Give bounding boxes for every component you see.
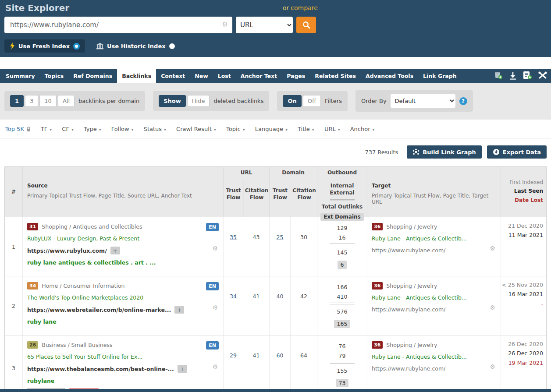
expand-plus-button[interactable]: + <box>174 306 184 314</box>
anchor-text-link[interactable]: rubylane <box>27 378 54 384</box>
option-3[interactable]: 3 <box>25 95 38 107</box>
source-gear-icon[interactable]: ⚙ <box>212 304 218 311</box>
tab-topics[interactable]: Topics <box>40 69 69 83</box>
historic-index-radio[interactable] <box>169 43 175 49</box>
historic-index-toggle[interactable]: Use Historic Index <box>96 43 175 49</box>
tab-anchor-text[interactable]: Anchor Text <box>236 69 282 83</box>
chevron-down-icon: ▾ <box>71 127 74 132</box>
source-url-link[interactable]: https://www.webretailer.com/b/online-mar… <box>27 307 171 313</box>
fresh-index-toggle[interactable]: Use Fresh Index <box>4 39 85 53</box>
export-data-button[interactable]: Export Data <box>487 145 547 159</box>
target-url-link[interactable]: https://www.rubylane.com/ <box>372 306 445 313</box>
help-icon[interactable]: ? <box>459 97 467 105</box>
source-title-link[interactable]: 65 Places to Sell Your Stuff Online for … <box>27 353 142 360</box>
lock-icon <box>26 127 31 132</box>
chevron-down-icon: ▾ <box>285 127 288 132</box>
target-title-link[interactable]: Ruby Lane - Antiques & Collectib... <box>372 235 467 242</box>
dates-cell: < 25 Nov 2020 16 Mar 2021 - <box>501 276 547 335</box>
source-url-link[interactable]: https://www.rubylux.com/ <box>27 247 107 254</box>
source-title-link[interactable]: The World's Top Online Marketplaces 2020 <box>27 294 143 301</box>
anchor-text-link[interactable]: ruby lane <box>27 318 57 325</box>
bottom-bar <box>0 389 551 392</box>
filter-tf[interactable]: TF▾ <box>41 126 52 132</box>
tab-ref-domains[interactable]: Ref Domains <box>68 69 117 83</box>
deleted-options: ShowHide <box>159 95 210 107</box>
filter-cf[interactable]: CF▾ <box>62 126 74 132</box>
filter-language[interactable]: Language▾ <box>255 126 288 132</box>
date-lost-value: - <box>501 299 543 308</box>
expand-plus-button[interactable]: + <box>178 365 187 373</box>
filter-type[interactable]: Type▾ <box>84 126 101 132</box>
anchor-text-link[interactable]: ruby lane antiques & collectibles . art … <box>27 259 156 266</box>
expand-plus-button[interactable]: + <box>110 247 120 254</box>
tab-link-graph[interactable]: Link Graph <box>418 69 462 83</box>
source-gear-icon[interactable]: ⚙ <box>212 245 218 252</box>
search-button[interactable] <box>296 17 316 33</box>
domain-trust-flow-value[interactable]: 40 <box>277 293 284 335</box>
target-gear-icon[interactable]: ⚙ <box>490 245 495 252</box>
url-trust-flow-value[interactable]: 29 <box>230 352 237 392</box>
header-external: External <box>330 189 354 196</box>
tab-lost[interactable]: Lost <box>213 69 236 83</box>
search-icon <box>302 21 311 29</box>
bucket-add-icon[interactable] <box>494 71 503 80</box>
page-title: Site Explorer <box>5 3 69 13</box>
domain-trust-flow-value[interactable]: 25 <box>277 234 284 276</box>
filter-crawl-result[interactable]: Crawl Result▾ <box>176 126 216 132</box>
chevron-down-icon: ▾ <box>99 127 101 132</box>
results-row: 737 Results Build Link Graph Export Data <box>0 138 551 165</box>
search-options-gear-icon[interactable]: ⚙ <box>222 21 228 28</box>
tab-backlinks[interactable]: Backlinks <box>117 69 156 83</box>
option-1[interactable]: 1 <box>10 95 24 107</box>
source-url-link[interactable]: https://www.thebalancesmb.com/best-onlin… <box>27 366 174 372</box>
option-show[interactable]: Show <box>159 95 186 107</box>
source-gear-icon[interactable]: ⚙ <box>212 363 218 370</box>
option-on[interactable]: On <box>283 95 301 107</box>
option-off[interactable]: Off <box>303 95 321 107</box>
url-trust-flow-value[interactable]: 34 <box>230 293 237 335</box>
tab-advanced-tools[interactable]: Advanced Tools <box>361 69 418 83</box>
tab-context[interactable]: Context <box>156 69 190 83</box>
outbound-ext-domains: 73 <box>336 379 349 387</box>
filter-top5k[interactable]: Top 5K <box>5 126 31 132</box>
target-cell: ⚙ 36 Shopping / Jewelry Ruby Lane - Anti… <box>367 335 501 392</box>
order-by-select[interactable]: Default <box>391 94 455 108</box>
target-title-link[interactable]: Ruby Lane - Antiques & Collectib... <box>372 294 467 301</box>
target-title-link[interactable]: Ruby Lane - Antiques & Collectib... <box>372 353 467 360</box>
report-add-icon[interactable] <box>523 71 532 80</box>
domain-trust-flow-value[interactable]: 60 <box>277 352 284 392</box>
target-url-link[interactable]: https://www.rubylane.com/ <box>372 247 445 254</box>
outbound-internal: 166 <box>337 283 348 292</box>
compare-link[interactable]: compare <box>291 4 317 11</box>
url-trust-flow-value[interactable]: 35 <box>230 234 237 276</box>
option-hide[interactable]: Hide <box>187 95 210 107</box>
filter-status[interactable]: Status▾ <box>144 126 166 132</box>
fresh-index-radio[interactable] <box>73 43 80 49</box>
per-domain-label: backlinks per domain <box>78 98 139 104</box>
header-source: Source Primary Topical Trust Flow, Page … <box>22 167 223 217</box>
table-row: 2 EN ⚙ 34 Home / Consumer Information Th… <box>5 276 546 335</box>
tab-related-sites[interactable]: Related Sites <box>310 69 361 83</box>
tab-summary[interactable]: Summary <box>1 69 40 83</box>
filter-url[interactable]: URL▾ <box>324 126 340 132</box>
search-type-select[interactable]: URL <box>236 17 293 33</box>
tab-pages[interactable]: Pages <box>282 69 310 83</box>
last-seen-value: 26 Dec 2020 <box>501 349 543 358</box>
site-url-input[interactable] <box>4 17 232 33</box>
filter-topic[interactable]: Topic▾ <box>226 126 245 132</box>
target-gear-icon[interactable]: ⚙ <box>490 363 495 370</box>
build-link-graph-button[interactable]: Build Link Graph <box>407 145 482 159</box>
deleted-label: deleted backlinks <box>213 98 263 104</box>
filter-follow[interactable]: Follow▾ <box>111 126 134 132</box>
target-url-link[interactable]: https://www.rubylane.com/ <box>372 365 445 372</box>
divider <box>330 362 355 364</box>
source-title-link[interactable]: RubyLUX - Luxury Design, Past & Present <box>27 235 139 242</box>
tab-new[interactable]: New <box>190 69 213 83</box>
download-icon[interactable] <box>509 71 517 80</box>
tools-icon[interactable] <box>538 71 547 80</box>
option-all[interactable]: All <box>58 95 75 107</box>
filter-title[interactable]: Title▾ <box>298 126 314 132</box>
filter-anchor[interactable]: Anchor▾ <box>350 126 375 132</box>
target-gear-icon[interactable]: ⚙ <box>490 304 495 311</box>
option-10[interactable]: 10 <box>39 95 57 107</box>
